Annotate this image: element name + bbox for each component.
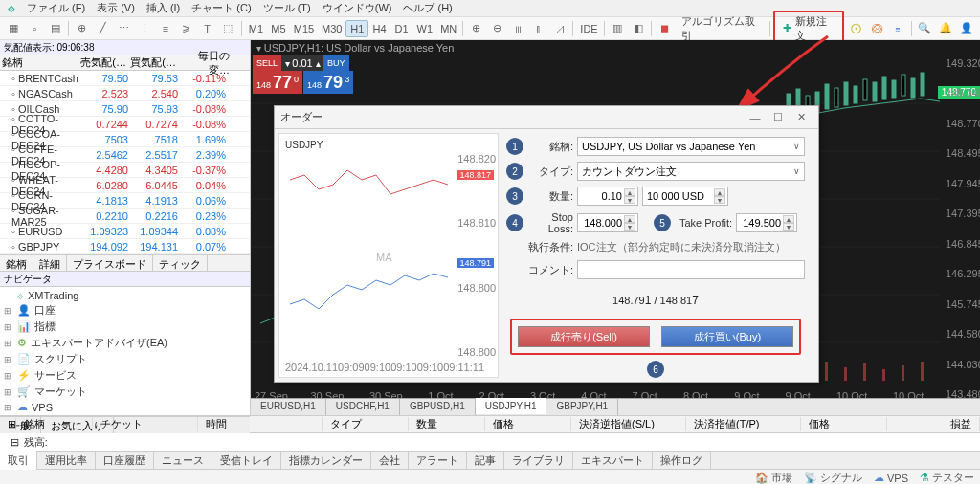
- dialog-titlebar[interactable]: オーダー — ☐ ✕: [275, 106, 818, 129]
- terminal-tab[interactable]: 記事: [467, 451, 504, 470]
- menu-view[interactable]: 表示 (V): [97, 1, 135, 15]
- tf-w1[interactable]: W1: [413, 21, 436, 36]
- tab-eurusd[interactable]: EURUSD,H1: [251, 399, 326, 415]
- candle-icon[interactable]: ⫿: [529, 19, 549, 38]
- nav-scripts[interactable]: 📄スクリプト: [0, 351, 250, 367]
- new-chart-icon[interactable]: ▦: [4, 19, 24, 38]
- user-icon[interactable]: 👤: [956, 19, 976, 38]
- save-icon[interactable]: ▤: [46, 19, 66, 38]
- menu-file[interactable]: ファイル (F): [27, 1, 85, 15]
- bell-icon[interactable]: 🔔: [935, 19, 955, 38]
- minimize-button[interactable]: —: [744, 112, 767, 123]
- terminal-tab[interactable]: エキスパート: [573, 451, 653, 470]
- volume-spinner[interactable]: 0.10▲▼: [577, 187, 638, 206]
- col-ask[interactable]: 買気配(…: [128, 55, 178, 70]
- sl-spinner[interactable]: 148.000▲▼: [577, 213, 638, 232]
- tf-m15[interactable]: M15: [290, 21, 317, 36]
- nav-indicators[interactable]: 📊指標: [0, 319, 250, 335]
- hline-icon[interactable]: ⋯: [114, 19, 134, 38]
- terminal-tab[interactable]: 取引: [0, 451, 37, 470]
- autotrade-stop-icon[interactable]: ◼: [655, 19, 675, 38]
- status-vps[interactable]: ☁VPS: [874, 472, 908, 484]
- status-signals[interactable]: 📡シグナル: [804, 471, 862, 484]
- menu-insert[interactable]: 挿入 (I): [146, 1, 180, 15]
- nav-vps[interactable]: ☁VPS: [0, 400, 250, 414]
- status-market[interactable]: 🏠市場: [755, 471, 792, 484]
- nav-root[interactable]: ⟐XMTrading: [0, 289, 250, 302]
- bar-chart-icon[interactable]: ⫼: [508, 19, 528, 38]
- terminal-tab[interactable]: 会社: [371, 451, 409, 470]
- symbol-select[interactable]: USDJPY, US Dollar vs Japanese Yen: [577, 137, 805, 156]
- tf-mn[interactable]: MN: [436, 21, 459, 36]
- comment-input[interactable]: [577, 260, 805, 279]
- tf-h4[interactable]: H4: [369, 21, 390, 36]
- nav-services[interactable]: ⚡サービス: [0, 367, 250, 384]
- tcol-volume[interactable]: 数量: [409, 417, 485, 431]
- market-row[interactable]: ◦ BRENTCash79.5079.53-0.11%: [0, 71, 250, 86]
- tcol-sl[interactable]: 決済逆指値(S/L): [571, 417, 686, 431]
- market-row[interactable]: ◦ EURUSD1.093231.093440.08%: [0, 224, 250, 239]
- terminal-icon[interactable]: ▥: [608, 19, 628, 38]
- tcol-price[interactable]: 価格: [485, 417, 571, 431]
- tcol-price2[interactable]: 価格: [801, 417, 887, 431]
- menu-help[interactable]: ヘルプ (H): [403, 1, 452, 15]
- menu-tools[interactable]: ツール (T): [263, 1, 311, 15]
- terminal-tab[interactable]: 口座履歴: [96, 451, 154, 470]
- col-symbol[interactable]: 銘柄: [0, 55, 78, 70]
- tab-details[interactable]: 詳細: [33, 255, 67, 271]
- tcol-time[interactable]: 時間: [198, 417, 323, 431]
- indicator-orange-icon[interactable]: ⨷: [867, 19, 887, 38]
- market-buy-button[interactable]: 成行買い(Buy): [661, 326, 793, 347]
- tcol-pl[interactable]: 損益: [887, 417, 980, 431]
- ide-button[interactable]: IDE: [576, 21, 600, 36]
- trendline-icon[interactable]: ╱: [93, 19, 113, 38]
- tcol-ticket[interactable]: チケット: [93, 417, 198, 431]
- tp-spinner[interactable]: 149.500▲▼: [736, 213, 797, 232]
- strategy-icon[interactable]: ◧: [628, 19, 648, 38]
- folder-icon[interactable]: ▫: [25, 19, 45, 38]
- market-row[interactable]: ◦ SUGAR-MAR250.22100.22160.23%: [0, 209, 250, 224]
- terminal-tab[interactable]: 受信トレイ: [212, 451, 281, 470]
- tab-gbpusd[interactable]: GBPUSD,H1: [400, 399, 476, 415]
- tcol-type[interactable]: タイプ: [323, 417, 409, 431]
- tab-gbpjpy[interactable]: GBPJPY,H1: [546, 399, 618, 415]
- tab-usdchf[interactable]: USDCHF,H1: [326, 399, 400, 415]
- menu-window[interactable]: ウインドウ(W): [323, 1, 392, 15]
- terminal-tab[interactable]: 操作ログ: [653, 451, 711, 470]
- terminal-expand[interactable]: ⊞: [0, 418, 16, 430]
- status-tester[interactable]: ⚗テスター: [920, 471, 974, 484]
- line-chart-icon[interactable]: ⩘: [550, 19, 570, 38]
- search-icon[interactable]: 🔍: [915, 19, 935, 38]
- fibo-icon[interactable]: ⩾: [176, 19, 196, 38]
- zoom-out-icon[interactable]: ⊖: [487, 19, 507, 38]
- terminal-tab[interactable]: 運用比率: [37, 451, 96, 470]
- col-bid[interactable]: 売気配(…: [78, 55, 128, 70]
- tab-tick[interactable]: ティック: [153, 255, 208, 271]
- tf-m30[interactable]: M30: [318, 21, 345, 36]
- tcol-symbol[interactable]: 銘柄: [16, 417, 93, 431]
- nav-ea[interactable]: ⚙エキスパートアドバイザ(EA): [0, 335, 250, 351]
- maximize-button[interactable]: ☐: [767, 111, 790, 123]
- tcol-tp[interactable]: 決済指値(T/P): [686, 417, 801, 431]
- tab-usdjpy[interactable]: USDJPY,H1: [476, 398, 547, 414]
- channel-icon[interactable]: ≡: [156, 19, 176, 38]
- nav-accounts[interactable]: 👤口座: [0, 302, 250, 319]
- tab-priceboard[interactable]: プライスボード: [67, 255, 153, 271]
- zoom-in-icon[interactable]: ⊕: [466, 19, 486, 38]
- tf-d1[interactable]: D1: [391, 21, 412, 36]
- nav-market[interactable]: 🛒マーケット: [0, 384, 250, 400]
- market-row[interactable]: ◦ GBPJPY194.092194.1310.07%: [0, 239, 250, 254]
- type-select[interactable]: カウントダウン注文: [577, 162, 805, 181]
- crosshair-icon[interactable]: ⊕: [72, 19, 92, 38]
- indicator-yellow-icon[interactable]: ⨀: [846, 19, 866, 38]
- tf-m1[interactable]: M1: [245, 21, 266, 36]
- tf-m5[interactable]: M5: [267, 21, 288, 36]
- menu-chart[interactable]: チャート (C): [191, 1, 251, 15]
- tab-symbols[interactable]: 銘柄: [0, 255, 33, 271]
- volume-usd[interactable]: 10 000 USD▲▼: [642, 187, 728, 206]
- tf-h1[interactable]: H1: [345, 20, 368, 37]
- objects-icon[interactable]: ⬚: [218, 19, 238, 38]
- close-button[interactable]: ✕: [790, 111, 813, 123]
- text-icon[interactable]: T: [197, 19, 217, 38]
- market-row[interactable]: ◦ NGASCash2.5232.5400.20%: [0, 86, 250, 101]
